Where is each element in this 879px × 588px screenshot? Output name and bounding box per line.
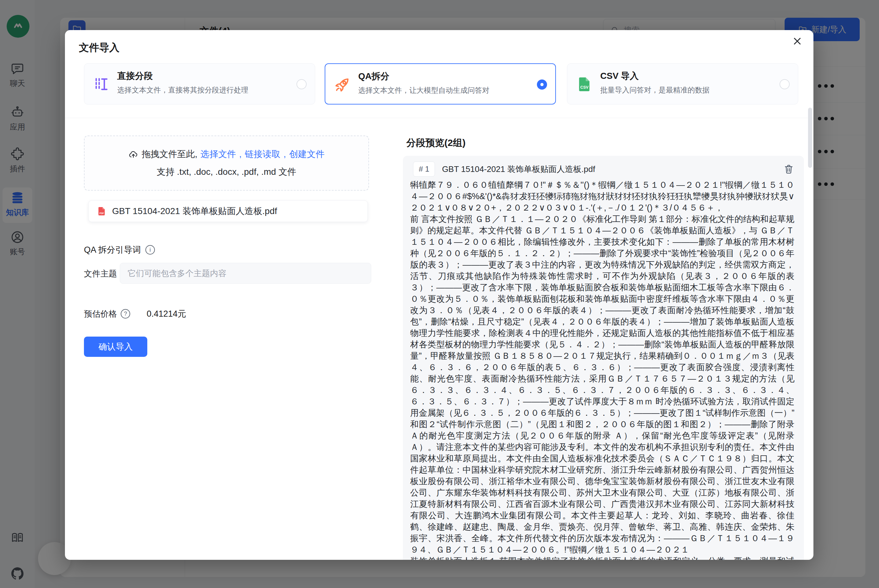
supported-formats: 支持 .txt, .doc, .docx, .pdf, .md 文件: [157, 166, 296, 178]
uploaded-file-item: PDF GBT 15104-2021 装饰单板贴面人造板.pdf: [89, 200, 368, 222]
chunk-paragraph: 前 言本文件按照 ＧＢ／Ｔ１．１—２０２０《标准化工作导则 第１部分：标准化文件…: [410, 213, 795, 555]
chunk-paragraph: 装饰单板贴面人造板１ 范围本文件规定了装饰单板贴面人造板的术语和定义、分类、要求…: [410, 555, 795, 560]
segment-icon: [93, 75, 110, 93]
link-select-file[interactable]: 选择文件: [200, 148, 236, 160]
link-url-read[interactable]: 链接读取: [245, 148, 280, 160]
svg-text:PDF: PDF: [99, 212, 104, 214]
delete-chunk-button[interactable]: [783, 164, 795, 175]
link-create-file[interactable]: 创建文件: [289, 148, 325, 160]
chunk-header: # 1 GBT 15104-2021 装饰单板贴面人造板.pdf: [413, 161, 795, 177]
topic-label: 文件主题: [84, 268, 117, 279]
uploaded-file-name: GBT 15104-2021 装饰单板贴面人造板.pdf: [112, 205, 277, 217]
info-icon[interactable]: i: [146, 245, 155, 255]
dropzone-main-line: 拖拽文件至此, 选择文件, 链接读取, 创建文件: [128, 148, 325, 160]
price-label: 预估价格: [84, 308, 117, 320]
question-icon[interactable]: ?: [121, 309, 130, 318]
close-button[interactable]: [789, 33, 806, 50]
chunk-index-badge: # 1: [413, 162, 435, 177]
app-root: 聊天 应用 插件 知识库 账号: [0, 0, 879, 588]
mode-card-qa-split[interactable]: QA拆分 选择文本文件，让大模型自动生成问答对: [325, 63, 556, 105]
rocket-icon: [334, 76, 351, 93]
close-icon: [792, 36, 803, 47]
file-dropzone[interactable]: 拖拽文件至此, 选择文件, 链接读取, 创建文件 支持 .txt, .doc, …: [84, 135, 369, 190]
modal-scrollbar-thumb[interactable]: [808, 108, 812, 168]
mode-desc: 批量导入问答对，是最精准的数据: [600, 85, 709, 95]
file-import-modal: 文件导入 直接分段 选择文本文件，直接将其按分段进行处理 QA拆分 选择文本文件…: [65, 30, 813, 560]
section-divider: [65, 118, 813, 118]
link-separator: ,: [239, 149, 242, 159]
confirm-import-button[interactable]: 确认导入: [84, 337, 147, 357]
mode-desc: 选择文本文件，让大模型自动生成问答对: [358, 86, 489, 95]
mode-title: QA拆分: [358, 70, 389, 82]
chunk-text: 犐犆犛７９．０６０犆犆犛犅７０!"＃＄％＆''()＊犌犅／犜１５１０４—２０２１…: [410, 179, 795, 560]
chunk-filename: GBT 15104-2021 装饰单板贴面人造板.pdf: [442, 164, 776, 175]
mode-radio[interactable]: [296, 79, 307, 89]
qa-prompt-section: QA 拆分引导词 i: [84, 244, 155, 255]
modal-title: 文件导入: [79, 41, 119, 55]
upload-cloud-icon: [128, 149, 138, 159]
preview-title: 分段预览(2组): [406, 136, 466, 150]
price-row: 预估价格 ? 0.41214元: [84, 308, 186, 320]
price-value: 0.41214元: [147, 308, 186, 320]
mode-card-direct-segment[interactable]: 直接分段 选择文本文件，直接将其按分段进行处理: [84, 63, 315, 105]
mode-desc: 选择文本文件，直接将其按分段进行处理: [117, 85, 248, 95]
mode-card-csv-import[interactable]: CSV CSV 导入 批量导入问答对，是最精准的数据: [567, 63, 798, 105]
svg-text:CSV: CSV: [580, 85, 589, 90]
dropzone-text: 拖拽文件至此,: [141, 148, 197, 160]
qa-prompt-label: QA 拆分引导词: [84, 244, 141, 255]
mode-title: CSV 导入: [600, 70, 639, 82]
link-separator: ,: [284, 149, 286, 159]
chunk-paragraph: 犐犆犛７９．０６０犆犆犛犅７０!"＃＄％＆''()＊犌犅／犜１５１０４—２０２１…: [410, 179, 795, 213]
csv-file-icon: CSV: [575, 75, 593, 93]
pdf-file-icon: PDF: [96, 206, 107, 217]
topic-placeholder: 它们可能包含多个主题内容: [128, 268, 227, 279]
mode-radio-selected[interactable]: [537, 80, 547, 90]
mode-radio[interactable]: [780, 79, 790, 89]
topic-input[interactable]: 它们可能包含多个主题内容: [120, 263, 371, 284]
chunk-preview-card: # 1 GBT 15104-2021 装饰单板贴面人造板.pdf 犐犆犛７９．０…: [403, 156, 804, 560]
mode-title: 直接分段: [117, 70, 153, 82]
